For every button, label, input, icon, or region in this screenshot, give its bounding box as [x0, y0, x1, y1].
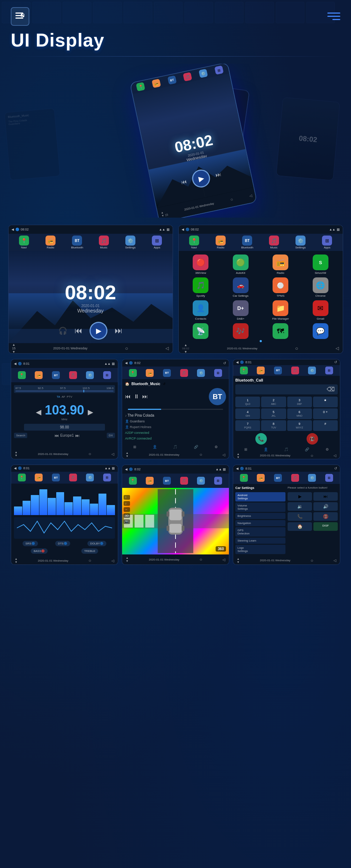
btn-nav-bt-8[interactable]: BT	[274, 474, 282, 482]
btcall-icon-1[interactable]: ⊞	[244, 447, 247, 451]
bt-music-back-icon[interactable]: ↺	[223, 361, 226, 365]
ptv-btn[interactable]: PTV	[67, 395, 72, 398]
btn-nav-radio-6[interactable]: 📻	[35, 474, 43, 481]
radio-nav-music[interactable]: 🎵	[69, 371, 77, 379]
bt-prev-btn[interactable]: ⏮	[125, 393, 131, 400]
back-btn-2[interactable]: ◁	[336, 346, 339, 351]
bt-music-back-btn[interactable]: ◁	[222, 453, 225, 457]
app-maps[interactable]: 🗺 Maps	[262, 323, 299, 339]
hero-back-btn[interactable]: ◁	[249, 193, 253, 198]
car-settings-back[interactable]: ↺	[334, 466, 337, 470]
dial-0plus[interactable]: 0 +	[313, 408, 338, 419]
setting-volume[interactable]: VolumeSettings	[235, 503, 285, 512]
btcall-icon-4[interactable]: 🔗	[305, 447, 309, 451]
home-btn-2[interactable]: ○	[295, 345, 298, 351]
vol-up-2[interactable]: ▲	[184, 343, 187, 347]
btn-nav-settings-5[interactable]: ⚙️	[308, 367, 316, 374]
vol-down-icon[interactable]: ▼	[12, 350, 15, 354]
ctrl-play[interactable]: ▶	[288, 492, 312, 501]
treble-btn[interactable]: TREBLE	[81, 548, 98, 554]
call-accept-btn[interactable]: 📞	[255, 433, 267, 445]
next-track-btn[interactable]: ⏭	[115, 326, 122, 335]
eq-back-btn[interactable]: ◁	[111, 559, 114, 563]
btcall-icon-5[interactable]: ⚙	[326, 447, 329, 451]
dts-btn[interactable]: DTS🔵	[55, 541, 70, 546]
apps-arrow-left[interactable]: ◀	[182, 228, 184, 231]
setting-brightness[interactable]: Brightness	[235, 513, 285, 519]
app-radio[interactable]: 📻 Radio	[262, 254, 299, 275]
setting-steering[interactable]: Steering Learn	[235, 538, 285, 544]
volume-control[interactable]: ▲ 15 ▼	[12, 343, 16, 354]
apps-expand[interactable]: ▲▲	[329, 228, 336, 231]
dial-1[interactable]: 1QLD	[235, 397, 260, 407]
app-contacts[interactable]: 👤 Contacts	[182, 300, 220, 320]
eq-arrow[interactable]: ◀	[14, 466, 16, 470]
btn-nav-bt-6[interactable]: BT	[52, 474, 60, 481]
radio-prev[interactable]: ⏮	[54, 433, 59, 438]
bt-next-btn[interactable]: ⏭	[142, 393, 148, 400]
vol-up-icon[interactable]: ▲	[12, 343, 15, 346]
btn-nav-apps-6[interactable]: ⊞	[103, 474, 111, 481]
vol-control-2[interactable]: ▲ 08:02 ▼	[182, 343, 189, 354]
bt-call-back-btn[interactable]: ◁	[333, 454, 336, 457]
back-btn-1[interactable]: ◁	[165, 346, 169, 351]
view360-arrow[interactable]: ◀	[125, 467, 128, 471]
btn-nav-music-8[interactable]: 🎵	[291, 474, 299, 482]
dolby-btn[interactable]: DOLBY🔵	[87, 541, 106, 546]
hamburger-menu[interactable]	[327, 7, 340, 20]
view360-expand[interactable]: ▲▲	[216, 467, 222, 471]
app-siriusxm[interactable]: S SiriusXM	[302, 254, 339, 275]
app-autokit[interactable]: 🟢 AutoKit	[222, 254, 259, 275]
radio-expand[interactable]: ▲▲	[104, 362, 111, 365]
nav-navi-2[interactable]: 📍 Navi	[187, 236, 201, 249]
radio-back-btn[interactable]: ◁	[111, 452, 114, 456]
setting-logo[interactable]: LogoSettings	[235, 545, 285, 554]
vol-down-2[interactable]: ▼	[184, 350, 187, 354]
view360-back-btn[interactable]: ◁	[222, 558, 225, 562]
bt-icon-1[interactable]: ⊞	[133, 445, 136, 449]
play-pause-btn[interactable]: ▶	[90, 322, 107, 340]
app-dab[interactable]: D+ DAB+	[222, 300, 259, 320]
freq-next-btn[interactable]: ▶	[88, 408, 93, 416]
radio-nav-navi[interactable]: 📍	[18, 371, 26, 379]
view360-vol[interactable]: ▲▼	[126, 556, 129, 563]
app-gmail[interactable]: ✉ Gmail	[302, 300, 339, 320]
eq-home-btn[interactable]: ○	[88, 558, 91, 563]
dial-2[interactable]: 2ABC	[261, 397, 286, 407]
call-end-btn[interactable]: 📵	[307, 433, 318, 445]
nav-apps-1[interactable]: ⊞ Apps	[150, 236, 164, 249]
ctrl-end-call[interactable]: 📵	[313, 512, 338, 521]
view360-home-btn[interactable]: ○	[199, 557, 202, 562]
app-spotify[interactable]: 🎵 Spotify	[182, 277, 220, 297]
ta-btn[interactable]: TA	[57, 395, 60, 398]
dial-3[interactable]: 3DEF	[287, 397, 312, 407]
bt-music-arrow[interactable]: ◀	[125, 361, 128, 365]
btn-nav-bt-5[interactable]: BT	[274, 367, 282, 374]
car-settings-vol[interactable]: ▲▼	[237, 557, 240, 564]
dial-7[interactable]: 7PQRS	[235, 420, 260, 431]
bt-call-backspace[interactable]: ⌫	[327, 386, 335, 393]
app-chrome[interactable]: 🌐 Chrome	[302, 277, 339, 297]
radio-home-btn[interactable]: ○	[88, 451, 91, 456]
app-360view[interactable]: 🔴 360View	[182, 254, 220, 275]
app-file-manager[interactable]: 📁 File Manager	[262, 300, 299, 320]
expand-icon[interactable]: ▲▲	[159, 228, 165, 231]
btcall-icon-2[interactable]: 👤	[264, 447, 268, 451]
bass-btn[interactable]: BASS🔴	[31, 548, 48, 554]
dial-hash[interactable]: #	[313, 420, 338, 431]
setting-android[interactable]: AndroidSettings	[235, 492, 285, 501]
radio-arrow[interactable]: ◀	[14, 362, 16, 365]
btn-nav-radio-7[interactable]: 📻	[146, 477, 154, 485]
btn-nav-music-7[interactable]: 🎵	[180, 477, 188, 485]
bt-icon-3[interactable]: 🎵	[173, 445, 177, 449]
bt-music-home-btn[interactable]: ○	[199, 452, 202, 457]
nav-navi-1[interactable]: 📍 Navi	[17, 236, 31, 249]
ctrl-next[interactable]: ⏭	[313, 492, 338, 501]
btn-nav-music-5[interactable]: 🎵	[291, 367, 299, 374]
nav-radio-1[interactable]: 📻 Radio	[43, 236, 58, 249]
view-rear-btn[interactable]: ↓	[124, 501, 130, 506]
btn-nav-apps-8[interactable]: ⊞	[325, 474, 333, 482]
bt-icon-5[interactable]: ⚙	[215, 445, 218, 449]
setting-gps[interactable]: GPSDetection	[235, 527, 285, 537]
btn-nav-apps-5[interactable]: ⊞	[325, 367, 333, 374]
